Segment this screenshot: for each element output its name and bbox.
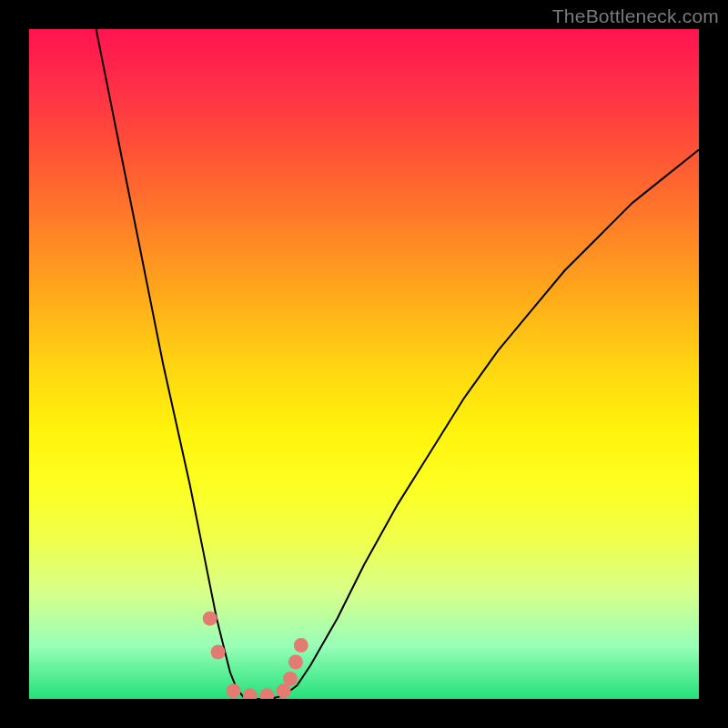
chart-frame: TheBottleneck.com xyxy=(0,0,728,728)
plot-area xyxy=(29,29,699,699)
marker-dot xyxy=(259,688,274,699)
marker-dot xyxy=(288,655,303,670)
marker-dot xyxy=(211,645,226,660)
marker-dot xyxy=(283,672,298,686)
marker-dot xyxy=(203,612,217,626)
marker-dot xyxy=(294,638,308,652)
marker-dot xyxy=(227,683,241,698)
chart-svg xyxy=(29,29,699,699)
curve-line xyxy=(96,29,699,699)
watermark-text: TheBottleneck.com xyxy=(552,5,719,27)
curve-path xyxy=(96,29,699,699)
marker-dot xyxy=(243,688,258,699)
